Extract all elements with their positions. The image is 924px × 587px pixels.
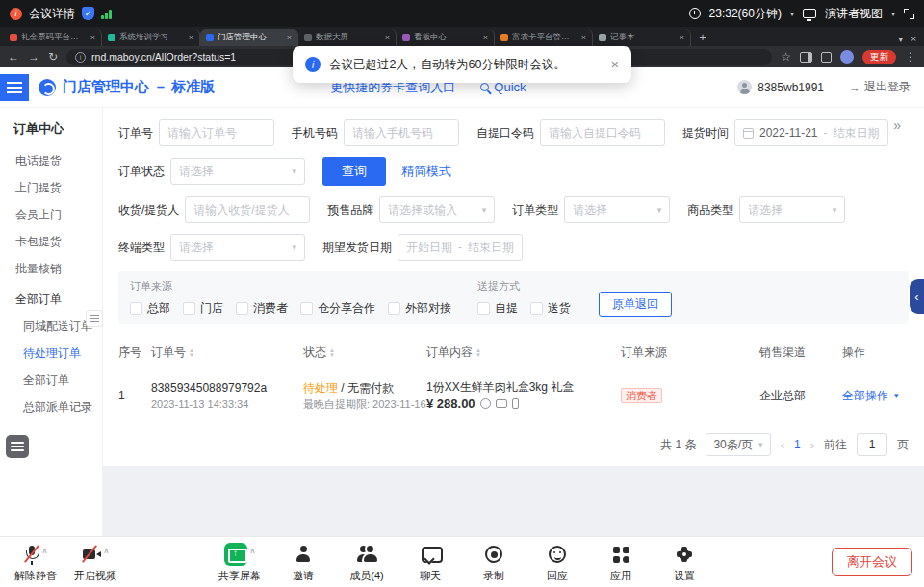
sidebar-item-pending-orders[interactable]: 待处理订单 (0, 340, 102, 367)
search-button[interactable]: 查询 (322, 157, 386, 186)
goto-page-input[interactable] (857, 433, 887, 456)
browser-menu-icon[interactable]: ⋮ (905, 51, 916, 63)
prev-page-icon[interactable]: ‹ (781, 438, 784, 452)
page-size-select[interactable]: 30条/页 ▾ (706, 433, 770, 456)
new-tab-button[interactable]: + (695, 30, 710, 45)
tab-close-icon[interactable]: × (680, 33, 684, 42)
next-page-icon[interactable]: › (810, 438, 814, 452)
pickup-code-input[interactable] (540, 119, 665, 146)
checkbox-delivery[interactable]: 送货 (530, 300, 571, 317)
tab-close-icon[interactable]: × (483, 33, 488, 42)
browser-tab-5[interactable]: 看板中心 × (397, 29, 495, 46)
sidebar-item-all-orders[interactable]: 全部订单 (0, 367, 102, 394)
tab-close-icon[interactable]: × (189, 33, 193, 42)
expect-end-date[interactable]: 结束日期 (468, 240, 514, 256)
apps-button[interactable]: 应用 (599, 543, 643, 583)
hamburger-menu-button[interactable] (0, 74, 29, 101)
sidebar-collapse-toggle[interactable] (86, 310, 103, 327)
browser-tab-1[interactable]: 礼金票码平台管理中心 × (4, 29, 102, 46)
settings-button[interactable]: 设置 (662, 543, 706, 583)
bookmark-star-icon[interactable]: ☆ (781, 51, 791, 63)
sort-icon[interactable]: ▲▼ (329, 348, 335, 358)
forward-icon[interactable]: → (28, 51, 39, 63)
pickup-date-range[interactable]: 2022-11-21 - 结束日期 (734, 119, 888, 146)
record-button[interactable]: 录制 (472, 543, 516, 583)
checkbox-source-warehouse-share[interactable]: 仓分享合作 (300, 300, 375, 317)
sidebar-item-batch-verify[interactable]: 批量核销 (0, 255, 102, 282)
tab-close-icon[interactable]: × (581, 33, 586, 42)
sidebar-item-door-pickup[interactable]: 上门提货 (0, 174, 102, 201)
side-panel-icon[interactable] (800, 52, 812, 63)
simple-mode-link[interactable]: 精简模式 (401, 163, 451, 180)
user-account[interactable]: 8385wb1991 (737, 80, 824, 94)
sidebar-item-hq-dispatch-records[interactable]: 总部派单记录 (0, 394, 102, 421)
col-content[interactable]: 订单内容 ▲▼ (426, 345, 621, 361)
terminal-type-select[interactable]: 请选择 ▾ (170, 234, 305, 261)
share-screen-button[interactable]: ∧ 共享屏幕 (218, 543, 262, 583)
col-status[interactable]: 状态 ▲▼ (303, 345, 426, 361)
reload-icon[interactable]: ↻ (48, 51, 58, 63)
chat-button[interactable]: 聊天 (408, 543, 452, 583)
expect-start-date[interactable]: 开始日期 (406, 240, 452, 256)
fullscreen-icon[interactable] (904, 9, 914, 19)
receiver-input[interactable] (185, 196, 310, 223)
sidebar-group-all-orders[interactable]: 全部订单 (0, 286, 102, 313)
meeting-details[interactable]: 会议详情 (29, 6, 75, 22)
browser-profile-avatar[interactable] (840, 50, 854, 64)
tab-close-icon[interactable]: × (385, 33, 390, 42)
window-close-icon[interactable]: × (911, 34, 916, 44)
order-type-select[interactable]: 请选择 ▾ (564, 196, 670, 223)
toast-close-icon[interactable]: × (611, 57, 619, 72)
browser-tab-2[interactable]: 系统培训学习 × (102, 29, 200, 46)
row-actions-dropdown[interactable]: 全部操作 ▾ (842, 388, 899, 404)
current-page[interactable]: 1 (794, 438, 801, 451)
timer-dropdown-caret-icon[interactable]: ▾ (790, 10, 794, 18)
tab-close-icon[interactable]: × (90, 33, 95, 42)
order-status-select[interactable]: 请选择 ▾ (170, 158, 305, 185)
reactions-button[interactable]: 回应 (535, 543, 579, 583)
browser-tab-4[interactable]: 数据大屏 × (298, 29, 397, 46)
leave-meeting-button[interactable]: 离开会议 (832, 548, 912, 576)
sort-icon[interactable]: ▲▼ (475, 348, 481, 358)
members-button[interactable]: 成员(4) (345, 543, 389, 583)
pickup-end-date[interactable]: 结束日期 (834, 125, 880, 141)
browser-tab-7[interactable]: 记事本 × (593, 29, 691, 46)
checkbox-source-consumer[interactable]: 消费者 (236, 300, 288, 317)
sidebar-item-cardpack-pickup[interactable]: 卡包提货 (0, 228, 102, 255)
logout-button[interactable]: → 退出登录 (849, 79, 911, 95)
checkbox-source-external[interactable]: 外部对接 (388, 300, 451, 317)
browser-tab-3-active[interactable]: 门店管理中心 × (200, 29, 298, 46)
checkbox-self-pickup[interactable]: 自提 (477, 300, 518, 317)
browser-tab-6[interactable]: 富农卡平台管理中心 × (495, 29, 593, 46)
mic-options-caret-icon[interactable]: ∧ (42, 547, 48, 555)
back-icon[interactable]: ← (8, 51, 19, 63)
invite-button[interactable]: 邀请 (281, 543, 325, 583)
start-video-button[interactable]: ∧ 开启视频 (73, 543, 117, 583)
expect-ship-date-range[interactable]: 开始日期 - 结束日期 (398, 234, 523, 261)
view-dropdown-caret-icon[interactable]: ▾ (891, 10, 895, 18)
browser-update-button[interactable]: 更新 (862, 50, 896, 64)
phone-input[interactable] (344, 119, 459, 146)
unmute-button[interactable]: ∧ 解除静音 (13, 543, 58, 583)
security-shield-icon[interactable]: ✓ (82, 7, 94, 20)
checkbox-source-hq[interactable]: 总部 (130, 300, 170, 317)
pickup-start-date[interactable]: 2022-11-21 (759, 126, 818, 140)
checkbox-source-store[interactable]: 门店 (183, 300, 223, 317)
share-options-caret-icon[interactable]: ∧ (250, 547, 256, 555)
order-no-input[interactable] (159, 119, 274, 146)
col-order-no[interactable]: 订单号 ▲▼ (151, 345, 303, 361)
original-order-return-button[interactable]: 原单退回 (599, 292, 672, 317)
extensions-icon[interactable] (821, 52, 832, 63)
presale-brand-select[interactable]: 请选择或输入 ▾ (379, 196, 495, 223)
video-options-caret-icon[interactable]: ∧ (104, 547, 110, 555)
panel-collapse-icon[interactable]: » (893, 117, 901, 133)
view-mode-label[interactable]: 演讲者视图 (825, 6, 883, 22)
sort-icon[interactable]: ▲▼ (189, 348, 194, 358)
sidebar-item-member-visit[interactable]: 会员上门 (0, 201, 102, 228)
sidebar-item-phone-pickup[interactable]: 电话提货 (0, 147, 102, 174)
right-edge-drawer-handle[interactable]: ‹ (910, 279, 924, 314)
site-info-icon[interactable]: i (75, 52, 86, 63)
url-text[interactable]: rnd.maboy.cn/AllOrder?status=1 (91, 51, 236, 63)
tab-close-icon[interactable]: × (287, 33, 292, 42)
tab-list-caret-icon[interactable]: ▾ (898, 34, 903, 44)
